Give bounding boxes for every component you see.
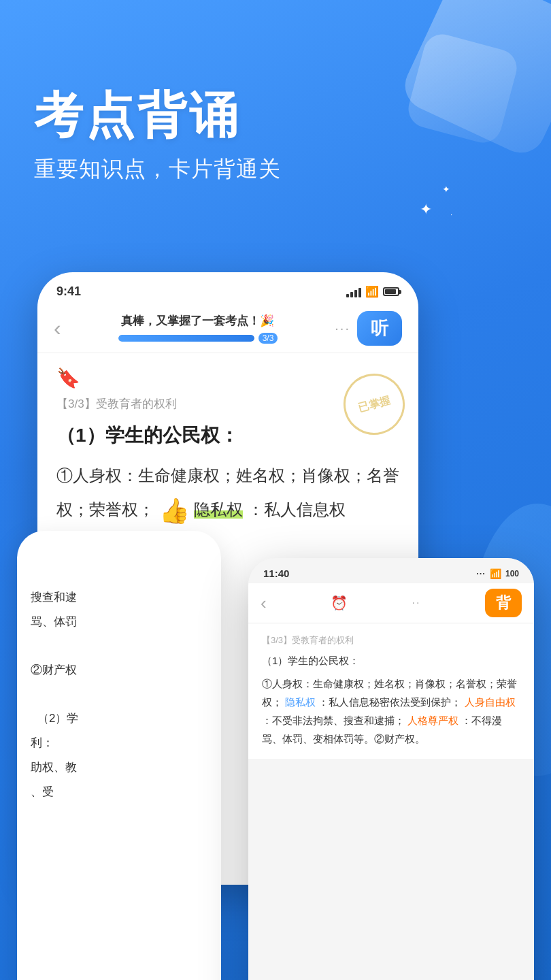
front-status-time: 11:40	[263, 568, 289, 579]
battery-icon	[383, 287, 399, 296]
back-toolbar: ‹ 真棒，又掌握了一套考点！🎉 3/3 ··· 听	[37, 304, 418, 353]
front-status-icons: ··· 📶 100	[476, 568, 519, 579]
back-toolbar-center: 真棒，又掌握了一套考点！🎉 3/3	[118, 313, 278, 344]
sparkle-icon-1: ✦	[420, 201, 432, 218]
front-card-label: 【3/3】受教育者的权利	[262, 634, 520, 647]
progress-row: 3/3	[118, 333, 278, 344]
link-dignity[interactable]: 人格尊严权	[407, 715, 458, 726]
main-title: 考点背诵	[34, 88, 281, 142]
front-clock-icon[interactable]: ⏰	[331, 595, 348, 611]
front-listen-button[interactable]: 背	[485, 589, 522, 617]
back-content: 已掌握 🔖 【3/3】受教育者的权利 （1）学生的公民权： ①人身权：生命健康权…	[37, 353, 418, 545]
section-2b-text: 隐私权	[194, 500, 243, 519]
link-freedom[interactable]: 人身自由权	[465, 696, 516, 708]
sub-title: 重要知识点，卡片背通关	[34, 154, 281, 184]
link-privacy[interactable]: 隐私权	[285, 696, 316, 708]
back-button[interactable]: ‹	[54, 316, 61, 341]
front-section-1: （1）学生的公民权：	[262, 655, 520, 668]
back-status-bar: 9:41 📶	[37, 272, 418, 304]
front-s2-mid: ：私人信息秘密依法受到保护；	[318, 696, 461, 708]
front-content: 【3/3】受教育者的权利 （1）学生的公民权： ①人身权：生命健康权；姓名权；肖…	[248, 623, 534, 759]
signal-icon	[346, 287, 361, 297]
listen-button[interactable]: 听	[357, 311, 402, 346]
section-2: ①人身权：生命健康权；姓名权；肖像权；名誉权；荣誉权； 👍 隐私权 ：私人信息权	[56, 462, 399, 532]
partial-text: 搜查和逮 骂、体罚 ②财产权 （2）学 利： 助权、教 、受	[31, 585, 207, 804]
back-status-time: 9:41	[56, 284, 81, 299]
phone-front: 11:40 ··· 📶 100 ‹ ⏰ ·· 背 【3/3】受教育者的权利 （1…	[248, 558, 534, 980]
front-status-bar: 11:40 ··· 📶 100	[248, 558, 534, 583]
bookmark-icon: 🔖	[56, 367, 399, 389]
thumb-emoji: 👍	[159, 490, 190, 532]
celebration-text: 真棒，又掌握了一套考点！🎉	[121, 313, 274, 329]
front-toolbar: ‹ ⏰ ·· 背	[248, 583, 534, 623]
progress-bar	[118, 335, 254, 342]
front-battery: 100	[505, 569, 519, 578]
header-section: 考点背诵 重要知识点，卡片背通关	[34, 88, 281, 184]
wifi-icon: 📶	[365, 285, 379, 298]
front-s2-mid2: ：不受非法拘禁、搜查和逮捕；	[262, 715, 405, 726]
progress-badge: 3/3	[258, 333, 278, 344]
phone-partial-left: 搜查和逮 骂、体罚 ②财产权 （2）学 利： 助权、教 、受	[17, 531, 221, 980]
back-toolbar-right: ··· 听	[335, 311, 402, 346]
section-2c: ：私人信息权	[248, 500, 346, 519]
front-dots-icon: ···	[476, 568, 486, 578]
sparkle-icon-3: ·	[450, 211, 452, 218]
front-back-button[interactable]: ‹	[261, 593, 267, 614]
section-1: （1）学生的公民权：	[56, 423, 399, 448]
more-dots[interactable]: ···	[335, 321, 350, 336]
back-status-icons: 📶	[346, 285, 399, 298]
page-wrapper: ✦ ✦ · 考点背诵 重要知识点，卡片背通关 9:41 📶	[0, 0, 551, 980]
front-more-dots[interactable]: ··	[412, 597, 421, 609]
front-wifi-icon: 📶	[490, 568, 501, 579]
partial-content: 搜查和逮 骂、体罚 ②财产权 （2）学 利： 助权、教 、受	[17, 531, 221, 817]
sparkle-icon-2: ✦	[442, 184, 450, 195]
front-section-2: ①人身权：生命健康权；姓名权；肖像权；名誉权；荣誉权； 隐私权 ：私人信息秘密依…	[262, 674, 520, 748]
